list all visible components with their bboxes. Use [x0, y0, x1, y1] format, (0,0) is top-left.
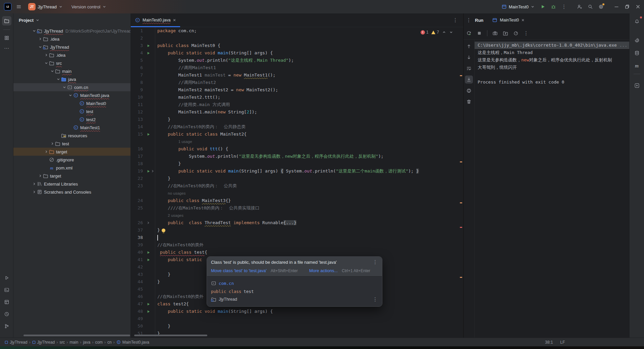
scroll-to-end-icon[interactable]	[465, 76, 473, 84]
code-line-10[interactable]: 10 mainTest2.ttt();	[131, 94, 463, 101]
breadcrumb-com[interactable]: com	[95, 340, 103, 345]
run-config-selector[interactable]: MainTest0	[501, 4, 535, 9]
line-number[interactable]: 49	[131, 315, 146, 322]
rerun-icon[interactable]	[466, 31, 472, 36]
down-icon[interactable]	[465, 53, 473, 61]
editor-hscrollbar[interactable]	[134, 335, 207, 336]
notifications-icon[interactable]	[632, 17, 642, 26]
tree-item-.idea[interactable]: .idea	[13, 51, 130, 59]
tree-expand-icon[interactable]	[38, 174, 43, 178]
line-number[interactable]: 48	[131, 308, 146, 315]
settings-gear-icon[interactable]	[598, 4, 604, 9]
project-hscrollbar[interactable]	[23, 335, 130, 336]
line-number[interactable]: 25	[131, 204, 146, 212]
breadcrumb-maintest0.java[interactable]: CMainTest0.java	[116, 340, 149, 345]
tab-options-icon[interactable]: ⋮	[453, 17, 458, 23]
tree-item-main[interactable]: main	[13, 67, 130, 75]
run-window-icon[interactable]	[632, 81, 642, 90]
editor-tab-maintest0[interactable]: C MainTest0.java	[131, 13, 180, 27]
line-number[interactable]: 10	[131, 94, 146, 101]
popup-quickfix-link[interactable]: Move class 'test' to 'test.java'	[211, 268, 267, 273]
minimize-button[interactable]	[614, 4, 619, 9]
tree-item-pom.xml[interactable]: mpom.xml	[13, 164, 130, 172]
code-line-11[interactable]: 11 //使用类.main 方式调用	[131, 101, 463, 108]
line-number[interactable]: 26	[131, 219, 146, 227]
line-ending[interactable]: LF	[560, 340, 565, 345]
run-gutter-icon[interactable]	[147, 258, 150, 262]
debug-button[interactable]	[551, 4, 556, 9]
line-number[interactable]: 9	[131, 86, 146, 94]
line-number[interactable]: 44	[131, 278, 146, 286]
run-icon[interactable]	[2, 273, 11, 283]
breadcrumb-jjythread[interactable]: JjyThread	[5, 340, 28, 345]
run-gutter-icon[interactable]	[147, 302, 150, 306]
code-line-48[interactable]: 48 public static void main(String[] args…	[131, 308, 463, 315]
console-line[interactable]: Process finished with exit code 0	[475, 79, 629, 86]
tree-expand-icon[interactable]	[32, 182, 37, 186]
add-user-icon[interactable]	[577, 4, 582, 9]
code-line-24[interactable]: 24 public class MainTest3{}	[131, 197, 463, 204]
breadcrumb-java[interactable]: java	[83, 340, 90, 345]
stop-icon[interactable]	[477, 31, 482, 36]
run-gutter-icon[interactable]	[147, 310, 150, 313]
drag-handle-icon[interactable]: ⋮	[466, 17, 472, 23]
popup-options-icon[interactable]: ⋮	[373, 259, 378, 265]
tree-item-maintest0.java[interactable]: CMainTest0.java	[13, 91, 130, 99]
code-line-39[interactable]: 39//在MainTest0的类外	[131, 241, 463, 249]
breadcrumb-src[interactable]: src	[59, 340, 65, 345]
line-number[interactable]: 15	[131, 131, 146, 138]
vcs-widget[interactable]: Version control	[69, 3, 108, 11]
code-line-7[interactable]: 7 MainTest1 mainTest = new MainTest1();	[131, 71, 463, 79]
code-line-9[interactable]: 9 MainTest2 mainTest2 = new MainTest2();	[131, 86, 463, 94]
error-stripe-mark[interactable]	[460, 161, 462, 162]
line-number[interactable]: 37	[131, 227, 146, 234]
tree-item-external libraries[interactable]: External Libraries	[13, 180, 130, 188]
tree-collapse-icon[interactable]	[68, 93, 73, 97]
line-number[interactable]: 12	[131, 108, 146, 116]
line-number[interactable]: 50	[131, 322, 146, 330]
code-line-15[interactable]: 15 public static class MainTest2{	[131, 131, 463, 138]
error-stripe-mark[interactable]	[460, 202, 462, 203]
close-tab-icon[interactable]	[173, 18, 176, 22]
breadcrumb-cn[interactable]: cn	[107, 340, 112, 345]
breadcrumb-main[interactable]: main	[69, 340, 78, 345]
tree-item-test[interactable]: test	[13, 140, 130, 148]
code-line-50[interactable]: 50 }	[131, 322, 463, 330]
project-folder-icon[interactable]	[2, 16, 11, 26]
line-number[interactable]: 11	[131, 101, 146, 108]
inlay-hint-row[interactable]: no usages	[131, 190, 463, 197]
database-icon[interactable]	[632, 48, 642, 58]
line-number[interactable]: 24	[131, 197, 146, 204]
console-line[interactable]: 这是主线程，Main Thread	[475, 49, 629, 56]
chevron-down-icon[interactable]	[36, 18, 40, 22]
soft-wrap-icon[interactable]	[465, 64, 473, 72]
more-actions-icon[interactable]: ⋮	[524, 30, 529, 36]
main-menu-icon[interactable]	[16, 4, 21, 9]
popup-row-options-icon[interactable]: ⋮	[373, 296, 378, 302]
run-button[interactable]	[540, 4, 545, 9]
close-button[interactable]	[635, 4, 641, 9]
code-line-3[interactable]: 3public class MainTest0 {	[131, 42, 463, 49]
maven-icon[interactable]: m	[632, 61, 642, 70]
code-line-49[interactable]: 49	[131, 315, 463, 322]
tree-item-resources[interactable]: resources	[13, 132, 130, 140]
ai-assistant-icon[interactable]	[632, 36, 642, 45]
code-line-1[interactable]: 1package com.cn;	[131, 27, 463, 35]
tree-collapse-icon[interactable]	[56, 77, 61, 81]
line-number[interactable]: 41	[131, 256, 146, 263]
tree-expand-icon[interactable]	[44, 53, 49, 57]
breadcrumb-jjythread[interactable]: JjyThread	[32, 340, 55, 345]
tree-item-maintest0[interactable]: CMainTest0	[13, 99, 130, 107]
fold-gutter-icon[interactable]	[147, 221, 150, 225]
profiler-icon[interactable]	[513, 31, 519, 36]
code-line-19[interactable]: 19 public static void main(String[] args…	[131, 167, 463, 175]
clear-icon[interactable]	[465, 98, 473, 106]
code-line-13[interactable]: 13 }	[131, 116, 463, 123]
line-number[interactable]: 18	[131, 160, 146, 167]
code-line-16[interactable]: 16 public void ttt() {	[131, 145, 463, 153]
run-gutter-icon[interactable]	[147, 133, 150, 136]
tree-item-.idea[interactable]: .idea	[13, 35, 130, 43]
line-number[interactable]: 2	[131, 35, 146, 42]
code-line-4[interactable]: 4 public static void main(String[] args)…	[131, 49, 463, 57]
services-icon[interactable]	[2, 297, 11, 307]
